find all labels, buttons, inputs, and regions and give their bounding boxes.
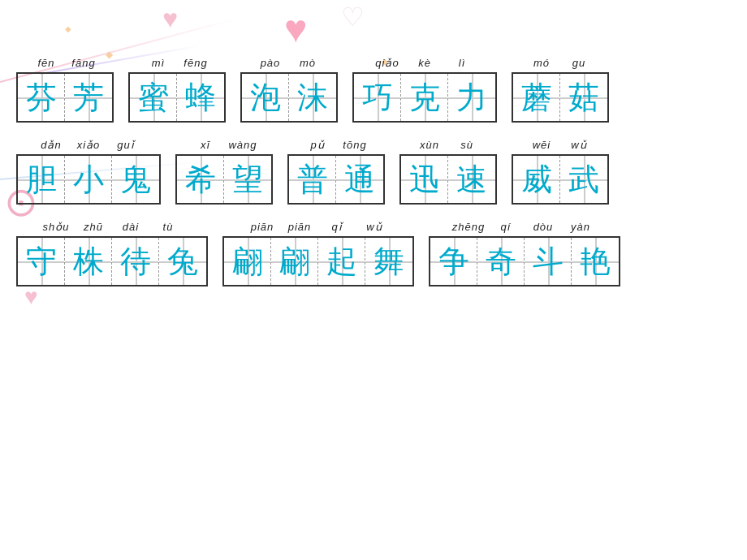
char-pian-pian-qi-wu-1: 翩	[279, 246, 310, 277]
word-group-xun-su: xùnsù迅速	[399, 139, 497, 205]
pinyin-row-qiao-ke-li: qiǎokèlì	[369, 57, 480, 69]
char-box-shou-zhu-dai-tu: 守株待兔	[16, 236, 208, 286]
pinyin-dan-xiao-gui-1: xiǎo	[71, 139, 106, 151]
pinyin-xi-wang-0: xī	[188, 139, 223, 151]
char-mi-feng-0: 蜜	[138, 82, 169, 113]
char-box-xi-wang: 希望	[175, 154, 273, 205]
char-zheng-qi-dou-yan-2: 斗	[533, 246, 563, 277]
pinyin-shou-zhu-dai-tu-1: zhū	[76, 221, 111, 233]
char-box-zheng-qi-dou-yan: 争奇斗艳	[429, 236, 620, 286]
word-group-pian-pian-qi-wu: piānpiānqǐwǔ翩翩起舞	[222, 221, 414, 286]
char-cell-mo-gu-0: 蘑	[513, 74, 560, 121]
char-box-qiao-ke-li: 巧克力	[352, 72, 497, 123]
char-pian-pian-qi-wu-2: 起	[326, 246, 357, 277]
decor-diamond2: ◆	[65, 24, 71, 33]
char-pian-pian-qi-wu-3: 舞	[374, 246, 404, 277]
pinyin-row-mo-gu: mógu	[524, 57, 597, 69]
char-cell-shou-zhu-dai-tu-1: 株	[65, 238, 112, 285]
char-box-dan-xiao-gui: 胆小鬼	[16, 154, 161, 205]
pinyin-zheng-qi-dou-yan-0: zhēng	[451, 221, 486, 233]
pinyin-row-shou-zhu-dai-tu: shǒuzhūdàitù	[38, 221, 186, 233]
char-cell-zheng-qi-dou-yan-3: 艳	[572, 238, 619, 285]
pinyin-qiao-ke-li-2: lì	[444, 57, 480, 69]
word-group-mi-feng: mìfēng蜜蜂	[128, 57, 226, 123]
row-3: shǒuzhūdàitù守株待兔piānpiānqǐwǔ翩翩起舞zhēngqíd…	[16, 221, 731, 286]
char-mo-gu-0: 蘑	[521, 82, 552, 113]
char-pao-mo-1: 沫	[297, 82, 328, 113]
pinyin-row-pu-tong: pǔtōng	[300, 139, 373, 151]
row-2: dǎnxiǎoguǐ胆小鬼xīwàng希望pǔtōng普通xùnsù迅速wēiw…	[16, 139, 731, 205]
char-cell-pian-pian-qi-wu-0: 翩	[224, 238, 271, 285]
char-pian-pian-qi-wu-0: 翩	[232, 246, 263, 277]
char-shou-zhu-dai-tu-1: 株	[73, 246, 104, 277]
pinyin-fen-fang-0: fēn	[28, 57, 64, 69]
char-cell-dan-xiao-gui-2: 鬼	[112, 156, 159, 203]
word-group-xi-wang: xīwàng希望	[175, 139, 273, 205]
pinyin-pu-tong-1: tōng	[337, 139, 373, 151]
char-xun-su-1: 速	[456, 164, 487, 195]
char-cell-mi-feng-0: 蜜	[130, 74, 177, 121]
row-1: fēnfāng芬芳mìfēng蜜蜂pàomò泡沫qiǎokèlì巧克力mógu蘑…	[16, 57, 731, 123]
char-cell-xi-wang-1: 望	[224, 156, 271, 203]
char-cell-xi-wang-0: 希	[177, 156, 224, 203]
pinyin-row-pian-pian-qi-wu: piānpiānqǐwǔ	[244, 221, 392, 233]
pinyin-mo-gu-0: mó	[524, 57, 559, 69]
char-cell-pian-pian-qi-wu-3: 舞	[365, 238, 412, 285]
char-xi-wang-0: 希	[185, 164, 216, 195]
pinyin-xun-su-0: xùn	[412, 139, 447, 151]
pinyin-dan-xiao-gui-0: dǎn	[33, 139, 69, 151]
decor-heart3: ♡	[341, 2, 365, 32]
pinyin-qiao-ke-li-0: qiǎo	[369, 57, 405, 69]
word-group-pu-tong: pǔtōng普通	[287, 139, 385, 205]
pinyin-pian-pian-qi-wu-3: wǔ	[356, 221, 392, 233]
char-pu-tong-1: 通	[344, 164, 375, 195]
word-group-zheng-qi-dou-yan: zhēngqídòuyàn争奇斗艳	[429, 221, 620, 286]
main-content: fēnfāng芬芳mìfēng蜜蜂pàomò泡沫qiǎokèlì巧克力mógu蘑…	[16, 57, 731, 303]
pinyin-pian-pian-qi-wu-1: piān	[282, 221, 317, 233]
pinyin-xun-su-1: sù	[449, 139, 485, 151]
char-cell-pian-pian-qi-wu-2: 起	[318, 238, 365, 285]
char-cell-wei-wu-1: 武	[560, 156, 607, 203]
pinyin-wei-wu-0: wēi	[524, 139, 559, 151]
char-zheng-qi-dou-yan-0: 争	[438, 246, 469, 277]
char-box-fen-fang: 芬芳	[16, 72, 114, 123]
char-wei-wu-1: 武	[568, 164, 599, 195]
pinyin-row-dan-xiao-gui: dǎnxiǎoguǐ	[33, 139, 144, 151]
pinyin-mi-feng-1: fēng	[178, 57, 214, 69]
char-cell-pao-mo-0: 泡	[242, 74, 289, 121]
char-shou-zhu-dai-tu-3: 兔	[167, 246, 198, 277]
char-box-mo-gu: 蘑菇	[512, 72, 609, 123]
pinyin-pu-tong-0: pǔ	[300, 139, 335, 151]
word-group-fen-fang: fēnfāng芬芳	[16, 57, 114, 123]
char-box-pu-tong: 普通	[287, 154, 385, 205]
pinyin-row-xi-wang: xīwàng	[188, 139, 261, 151]
char-cell-qiao-ke-li-0: 巧	[354, 74, 401, 121]
char-box-pian-pian-qi-wu: 翩翩起舞	[222, 236, 414, 286]
char-xi-wang-1: 望	[232, 164, 263, 195]
pinyin-mo-gu-1: gu	[561, 57, 597, 69]
pinyin-pao-mo-1: mò	[290, 57, 326, 69]
pinyin-row-fen-fang: fēnfāng	[28, 57, 101, 69]
pinyin-row-xun-su: xùnsù	[412, 139, 485, 151]
pinyin-row-wei-wu: wēiwǔ	[524, 139, 597, 151]
char-dan-xiao-gui-0: 胆	[26, 164, 57, 195]
char-cell-qiao-ke-li-2: 力	[448, 74, 495, 121]
char-cell-fen-fang-0: 芬	[18, 74, 65, 121]
pinyin-row-mi-feng: mìfēng	[140, 57, 214, 69]
pinyin-wei-wu-1: wǔ	[561, 139, 597, 151]
pinyin-qiao-ke-li-1: kè	[407, 57, 443, 69]
word-group-shou-zhu-dai-tu: shǒuzhūdàitù守株待兔	[16, 221, 208, 286]
char-cell-xun-su-0: 迅	[401, 156, 448, 203]
char-zheng-qi-dou-yan-3: 艳	[580, 246, 611, 277]
char-cell-zheng-qi-dou-yan-0: 争	[430, 238, 477, 285]
pinyin-zheng-qi-dou-yan-3: yàn	[563, 221, 598, 233]
char-cell-dan-xiao-gui-0: 胆	[18, 156, 65, 203]
char-box-pao-mo: 泡沫	[240, 72, 338, 123]
char-cell-shou-zhu-dai-tu-2: 待	[112, 238, 159, 285]
char-cell-pu-tong-1: 通	[336, 156, 383, 203]
char-cell-mi-feng-1: 蜂	[177, 74, 224, 121]
char-box-wei-wu: 威武	[512, 154, 609, 205]
char-cell-fen-fang-1: 芳	[65, 74, 112, 121]
decor-heart2: ♥	[284, 6, 308, 51]
char-qiao-ke-li-0: 巧	[362, 82, 393, 113]
